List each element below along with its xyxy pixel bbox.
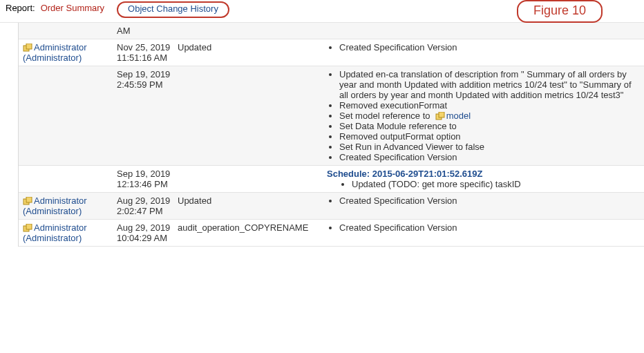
detail-item: Updated en-ca translation of description… xyxy=(339,69,633,100)
timestamp: Sep 19, 2019 12:13:46 PM xyxy=(117,169,178,189)
report-label: Report: xyxy=(6,1,35,13)
svg-rect-5 xyxy=(26,197,32,202)
user-role: (Administrator) xyxy=(23,53,82,63)
detail-item: Set Data Module reference to xyxy=(339,121,633,131)
user-link[interactable]: Administrator xyxy=(23,195,87,206)
history-row: Sep 19, 2019 2:45:59 PM Updated en-ca tr… xyxy=(19,66,644,166)
detail-item: Removed executionFormat xyxy=(339,100,633,111)
report-icon xyxy=(435,112,445,120)
user-role: (Administrator) xyxy=(23,233,82,243)
report-icon xyxy=(23,197,32,205)
detail-item: Updated (TODO: get more specific) taskID xyxy=(352,179,633,189)
operation: Updated xyxy=(178,42,327,63)
detail-item: Created Specification Version xyxy=(339,195,633,206)
detail-list: Created Specification Version xyxy=(327,42,633,53)
report-icon xyxy=(23,44,32,52)
user-link[interactable]: Administrator xyxy=(23,222,87,233)
operation: Updated xyxy=(178,195,327,216)
timestamp: AM xyxy=(117,26,178,36)
left-gutter xyxy=(0,23,19,247)
detail-item: Set model reference to model xyxy=(339,111,633,121)
schedule-label: Schedule: 2015-06-29T21:01:52.619Z xyxy=(327,169,482,179)
svg-rect-7 xyxy=(26,224,32,229)
timestamp: Aug 29, 2019 10:04:29 AM xyxy=(117,222,178,243)
timestamp: Aug 29, 2019 2:02:47 PM xyxy=(117,195,178,216)
detail-list: Updated en-ca translation of description… xyxy=(327,69,633,162)
history-row: Sep 19, 2019 12:13:46 PMSchedule: 2015-0… xyxy=(19,166,644,193)
operation: audit_operation_COPYRENAME xyxy=(178,222,327,243)
content-area: AMAdministrator(Administrator)Nov 25, 20… xyxy=(0,23,644,247)
svg-rect-3 xyxy=(439,112,444,117)
detail-item: Created Specification Version xyxy=(339,222,633,233)
detail-item: Removed outputFormat option xyxy=(339,131,633,142)
report-name-link[interactable]: Order Summary xyxy=(41,1,104,13)
detail-item: Created Specification Version xyxy=(339,152,633,162)
tab-object-change-history[interactable]: Object Change History xyxy=(117,1,229,18)
user-role: (Administrator) xyxy=(23,206,82,216)
history-row: Administrator(Administrator)Nov 25, 2019… xyxy=(19,39,644,66)
history-rows: AMAdministrator(Administrator)Nov 25, 20… xyxy=(19,23,644,247)
user-name: Administrator xyxy=(34,42,87,53)
history-row: AM xyxy=(19,23,644,39)
report-icon xyxy=(23,224,32,232)
user-name: Administrator xyxy=(34,195,87,206)
detail-item: Created Specification Version xyxy=(339,42,633,53)
operation xyxy=(178,69,327,162)
detail-list: Created Specification Version xyxy=(327,222,633,233)
svg-rect-1 xyxy=(26,44,32,49)
timestamp: Sep 19, 2019 2:45:59 PM xyxy=(117,69,178,162)
model-link[interactable]: model xyxy=(446,111,471,121)
operation xyxy=(178,169,327,189)
detail-list: Updated (TODO: get more specific) taskID xyxy=(339,179,633,189)
topbar: Report: Order Summary Object Change Hist… xyxy=(0,0,644,23)
history-row: Administrator(Administrator)Aug 29, 2019… xyxy=(19,220,644,247)
history-row: Administrator(Administrator)Aug 29, 2019… xyxy=(19,193,644,220)
detail-list: Created Specification Version xyxy=(327,195,633,206)
user-name: Administrator xyxy=(34,222,87,233)
figure-label: Figure 10 xyxy=(517,0,603,23)
timestamp: Nov 25, 2019 11:51:16 AM xyxy=(117,42,178,63)
user-link[interactable]: Administrator xyxy=(23,42,87,53)
detail-item: Set Run in Advanced Viewer to false xyxy=(339,142,633,152)
operation xyxy=(178,26,327,36)
